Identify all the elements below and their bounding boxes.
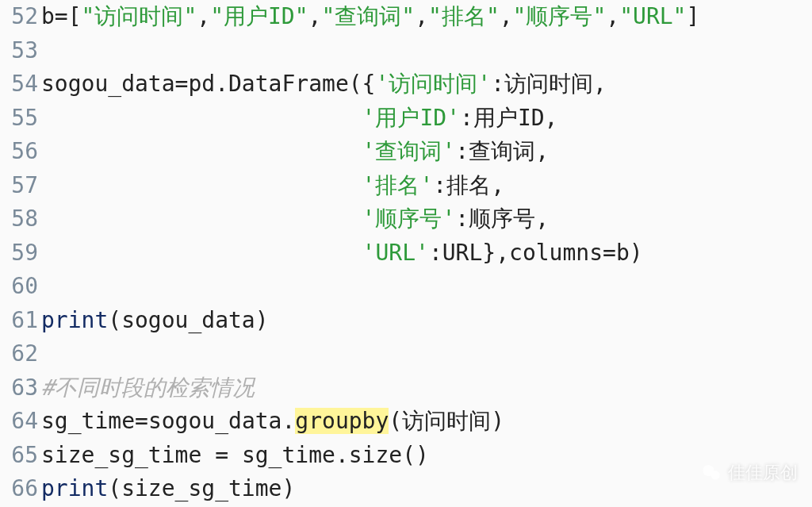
code-editor: 52b=["访问时间","用户ID","查询词","排名","顺序号","URL…: [0, 0, 812, 506]
code-token: '访问时间': [375, 71, 491, 97]
code-token: .: [335, 442, 349, 468]
code-line: 66print(size_sg_time): [0, 472, 812, 506]
code-token: 查询词: [469, 138, 535, 164]
code-token: '用户ID': [362, 105, 460, 131]
line-number: 55: [0, 102, 41, 136]
code-token: ]: [686, 3, 699, 29]
line-number: 56: [0, 135, 41, 169]
code-token: '排名': [362, 172, 434, 198]
code-content: '查询词':查询词,: [41, 135, 812, 169]
code-token: print: [41, 475, 108, 501]
code-token: columns: [509, 240, 603, 266]
code-token: ,: [545, 105, 558, 131]
code-token: .: [215, 71, 228, 97]
code-content: size_sg_time = sg_time.size(): [41, 439, 812, 473]
code-content: b=["访问时间","用户ID","查询词","排名","顺序号","URL"]: [41, 0, 812, 34]
code-line: 62: [0, 337, 812, 371]
code-content: [41, 337, 812, 371]
code-token: print: [41, 307, 108, 333]
code-token: ): [255, 307, 269, 333]
code-token: :: [455, 138, 469, 164]
code-content: [41, 270, 812, 304]
code-token: ,: [491, 172, 504, 198]
code-token: 'URL': [362, 240, 429, 266]
code-line: 58 '顺序号':顺序号,: [0, 202, 812, 236]
code-token: ,: [535, 138, 549, 164]
code-token: ,: [197, 3, 210, 29]
code-content: '用户ID':用户ID,: [41, 102, 812, 136]
line-number: 61: [0, 304, 41, 338]
code-token: (: [389, 408, 402, 434]
code-token: ,: [593, 71, 607, 97]
code-content: [41, 34, 812, 68]
code-token: b: [616, 240, 630, 266]
code-line: 63#不同时段的检索情况: [0, 371, 812, 405]
code-line: 64sg_time=sogou_data.groupby(访问时间): [0, 405, 812, 439]
code-token: ,: [606, 3, 619, 29]
line-number: 63: [0, 371, 41, 405]
line-number: 62: [0, 337, 41, 371]
code-token: sg_time: [41, 408, 135, 434]
code-token: :: [491, 71, 504, 97]
code-content: #不同时段的检索情况: [41, 371, 812, 405]
code-line: 59 'URL':URL},columns=b): [0, 236, 812, 271]
line-number: 59: [0, 236, 41, 271]
line-number: 58: [0, 202, 41, 236]
code-token: =: [135, 408, 148, 434]
line-number: 66: [0, 472, 41, 506]
code-token: =: [175, 71, 189, 97]
code-content: print(sogou_data): [41, 304, 812, 338]
code-token: 顺序号: [469, 205, 535, 232]
code-line: 56 '查询词':查询词,: [0, 135, 812, 169]
code-token: sogou_data: [41, 71, 175, 97]
code-token: ): [282, 475, 295, 501]
code-line: 55 '用户ID':用户ID,: [0, 102, 812, 136]
code-token: size_sg_time: [121, 475, 282, 501]
code-token: ,: [415, 3, 428, 29]
code-token: },: [482, 240, 509, 266]
code-token: sogou_data: [121, 307, 255, 333]
line-number: 57: [0, 169, 41, 203]
code-line: 54sogou_data=pd.DataFrame({'访问时间':访问时间,: [0, 67, 812, 102]
code-token: :: [460, 105, 473, 131]
code-token: (): [402, 442, 429, 468]
code-content: sogou_data=pd.DataFrame({'访问时间':访问时间,: [41, 67, 812, 102]
code-token: =: [603, 240, 616, 266]
code-token: size: [349, 442, 402, 468]
code-token: 排名: [446, 172, 491, 198]
code-line: 61print(sogou_data): [0, 304, 812, 338]
code-token: "顺序号": [513, 3, 607, 29]
code-content: sg_time=sogou_data.groupby(访问时间): [41, 405, 812, 439]
code-token: =[: [55, 3, 82, 29]
code-token: (: [108, 307, 121, 333]
code-line: 60: [0, 270, 812, 304]
code-token: "查询词": [321, 3, 415, 29]
code-line: 65size_sg_time = sg_time.size(): [0, 439, 812, 473]
code-token: #不同时段的检索情况: [41, 374, 255, 401]
code-token: '顺序号': [362, 205, 456, 232]
code-token: ({: [349, 71, 376, 97]
code-line: 53: [0, 34, 812, 68]
code-token: 用户ID: [473, 105, 545, 131]
code-token: "排名": [428, 3, 500, 29]
line-number: 65: [0, 439, 41, 473]
code-token: 访问时间: [402, 408, 491, 434]
code-token: '查询词': [362, 138, 456, 164]
code-content: '顺序号':顺序号,: [41, 202, 812, 236]
code-token: :: [433, 172, 446, 198]
code-content: '排名':排名,: [41, 169, 812, 203]
code-token: ,: [500, 3, 513, 29]
code-token: 访问时间: [504, 71, 593, 97]
code-token: "访问时间": [82, 3, 197, 29]
code-token: URL: [442, 240, 483, 266]
code-line: 52b=["访问时间","用户ID","查询词","排名","顺序号","URL…: [0, 0, 812, 34]
line-number: 64: [0, 405, 41, 439]
code-token: ): [630, 240, 643, 266]
line-number: 54: [0, 67, 41, 102]
code-token: size_sg_time: [41, 442, 201, 468]
code-token: "URL": [619, 3, 686, 29]
code-token: DataFrame: [228, 71, 349, 97]
code-token: :: [429, 240, 442, 266]
code-token: ,: [308, 3, 322, 29]
code-token: b: [41, 3, 55, 29]
